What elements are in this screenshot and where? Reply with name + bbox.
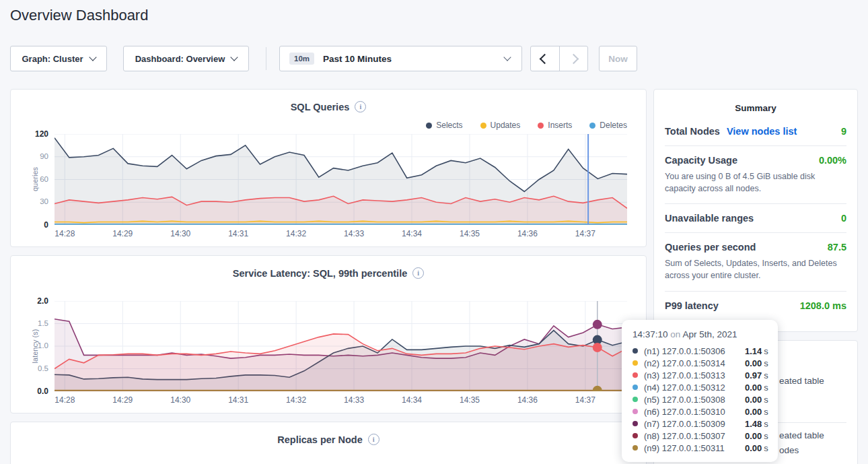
unavailable-ranges-label: Unavailable ranges: [665, 213, 754, 224]
summary-row-capacity: Capacity Usage 0.00% You are using 0 B o…: [665, 145, 846, 203]
now-button[interactable]: Now: [599, 46, 637, 71]
legend-item[interactable]: Deletes: [589, 121, 627, 130]
x-axis-tick-label: 14:30: [163, 395, 198, 405]
chevron-down-icon: [231, 53, 238, 61]
x-axis-tick-label: 14:28: [47, 229, 82, 238]
capacity-usage-description: You are using 0 B of 4.5 GiB usable disk…: [665, 170, 846, 195]
time-step-group: [530, 46, 588, 71]
legend-label: Deletes: [600, 121, 627, 130]
x-axis-tick-label: 14:36: [510, 395, 545, 405]
x-axis-tick-label: 14:30: [163, 229, 198, 238]
legend-dot-icon: [480, 123, 486, 129]
tooltip-node-row: (n3) 127.0.0.1:50313 0.97 s: [632, 369, 767, 381]
queries-per-second-label: Queries per second: [665, 242, 756, 253]
event-text-fragment: odes: [779, 445, 799, 455]
time-range-label: Past 10 Minutes: [323, 54, 392, 64]
total-nodes-value: 9: [841, 126, 846, 137]
tooltip-node-row: (n6) 127.0.0.1:50310 0.00 s: [632, 405, 767, 418]
page-title: Overview Dashboard: [10, 7, 148, 24]
view-nodes-list-link[interactable]: View nodes list: [727, 126, 797, 137]
p99-latency-label: P99 latency: [665, 300, 719, 311]
y-axis-tick-label: 2.0: [11, 296, 48, 306]
legend-dot-icon: [589, 123, 595, 129]
overview-dashboard-page: Overview Dashboard Graph: Cluster Dashbo…: [0, 0, 868, 464]
x-axis-tick-label: 14:37: [568, 229, 603, 238]
x-axis-tick-label: 14:32: [279, 395, 314, 405]
chevron-down-icon: [503, 53, 511, 61]
sql-queries-legend: SelectsUpdatesInsertsDeletes: [426, 121, 627, 130]
queries-per-second-value: 87.5: [828, 242, 846, 253]
node-color-dot-icon: [632, 348, 638, 354]
y-axis-tick-label: 0.0: [11, 387, 48, 396]
dashboard-dropdown-label: Dashboard: Overview: [135, 54, 225, 64]
node-color-dot-icon: [632, 372, 638, 378]
service-latency-plot[interactable]: [55, 301, 627, 391]
x-axis-tick-label: 14:37: [568, 395, 603, 405]
legend-dot-icon: [426, 123, 432, 129]
sql-queries-plot[interactable]: [55, 134, 627, 225]
summary-row-total-nodes: Total Nodes View nodes list 9: [665, 117, 846, 145]
y-axis-tick-label: 0.5: [11, 364, 48, 372]
x-axis-tick-label: 14:36: [510, 229, 545, 238]
info-icon[interactable]: i: [355, 101, 366, 112]
legend-label: Inserts: [548, 121, 572, 130]
time-range-badge: 10m: [289, 53, 314, 65]
x-axis-tick-label: 14:29: [105, 229, 140, 238]
info-icon[interactable]: i: [412, 267, 424, 279]
chevron-left-icon: [540, 53, 550, 64]
event-text-fragment: eated table: [779, 376, 824, 386]
tooltip-node-row: (n4) 127.0.0.1:50312 0.00 s: [632, 381, 767, 393]
graph-dropdown-label: Graph: Cluster: [22, 54, 83, 64]
tooltip-timestamp: 14:37:10 on Apr 5th, 2021: [632, 329, 767, 339]
summary-row-unavailable-ranges: Unavailable ranges 0: [665, 203, 846, 232]
legend-label: Selects: [436, 121, 462, 130]
replicas-per-node-card: Replicas per Node i: [10, 422, 647, 464]
chevron-right-icon: [568, 53, 579, 64]
chevron-down-icon: [89, 53, 96, 61]
info-icon[interactable]: i: [368, 434, 379, 445]
capacity-usage-label: Capacity Usage: [665, 155, 737, 166]
capacity-usage-value: 0.00%: [819, 155, 846, 166]
prev-range-button[interactable]: [531, 46, 559, 71]
tooltip-node-row: (n1) 127.0.0.1:50306 1.14 s: [632, 345, 767, 357]
x-axis-tick-label: 14:29: [105, 395, 140, 405]
x-axis-tick-label: 14:34: [394, 229, 429, 238]
y-axis-tick-label: 0: [11, 220, 48, 230]
y-axis-tick-label: 1.0: [11, 341, 48, 350]
y-axis-tick-label: 60: [11, 175, 48, 183]
legend-item[interactable]: Selects: [426, 121, 462, 130]
legend-item[interactable]: Inserts: [538, 121, 572, 130]
y-axis-tick-label: 120: [11, 129, 48, 139]
time-range-dropdown[interactable]: 10m Past 10 Minutes: [279, 46, 522, 71]
x-axis-tick-label: 14:31: [221, 395, 256, 405]
x-axis-tick-label: 14:28: [47, 395, 82, 405]
node-color-dot-icon: [632, 397, 638, 402]
dashboard-dropdown[interactable]: Dashboard: Overview: [123, 46, 249, 71]
y-axis-tick-label: 30: [11, 197, 48, 205]
summary-title: Summary: [654, 90, 857, 113]
x-axis-tick-label: 14:35: [452, 229, 487, 238]
summary-row-p99: P99 latency 1208.0 ms: [665, 291, 846, 320]
next-range-button[interactable]: [559, 46, 588, 71]
x-axis-tick-label: 14:34: [394, 395, 429, 405]
legend-item[interactable]: Updates: [480, 121, 521, 130]
sql-queries-card: SQL Queries i SelectsUpdatesInsertsDelet…: [10, 89, 647, 247]
y-axis-tick-label: 1.5: [11, 319, 48, 327]
x-axis-tick-label: 14:33: [336, 229, 371, 238]
summary-row-qps: Queries per second 87.5 Sum of Selects, …: [665, 232, 846, 290]
tooltip-node-row: (n2) 127.0.0.1:50314 0.00 s: [632, 357, 767, 369]
replicas-per-node-title: Replicas per Node: [277, 434, 363, 445]
legend-label: Updates: [491, 121, 521, 130]
tooltip-node-row: (n7) 127.0.0.1:50309 1.48 s: [632, 418, 767, 430]
service-latency-title: Service Latency: SQL, 99th percentile: [233, 268, 408, 279]
chart-hover-tooltip: 14:37:10 on Apr 5th, 2021 (n1) 127.0.0.1…: [622, 320, 778, 462]
node-color-dot-icon: [632, 445, 638, 451]
node-color-dot-icon: [632, 409, 638, 414]
sql-queries-title: SQL Queries: [291, 102, 350, 112]
node-color-dot-icon: [632, 360, 638, 366]
summary-panel: Summary Total Nodes View nodes list 9 Ca…: [653, 89, 858, 332]
x-axis-tick-label: 14:32: [279, 229, 314, 238]
node-color-dot-icon: [632, 433, 638, 438]
total-nodes-label: Total Nodes: [665, 126, 720, 137]
graph-dropdown[interactable]: Graph: Cluster: [10, 46, 107, 71]
